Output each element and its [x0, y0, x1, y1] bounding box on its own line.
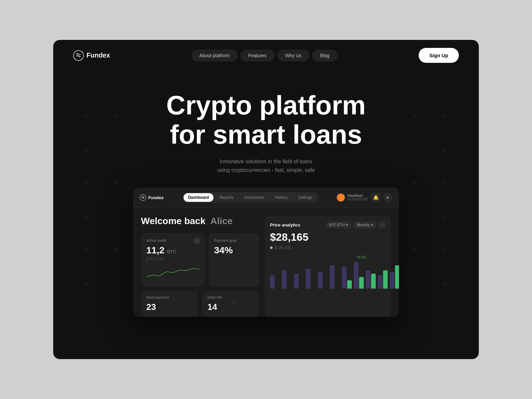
bar-purple-9	[366, 270, 370, 289]
bar-group-11	[390, 265, 399, 289]
wallet-name: MetaMask	[347, 194, 368, 198]
next-payment-label: Next payment	[146, 295, 193, 299]
payment-goal-value: 34%	[214, 245, 254, 256]
active-credit-sub: $ 28 477,50	[146, 257, 200, 261]
bar-group-8	[354, 262, 364, 289]
active-credit-card: Active credit 11,2 BTC $ 28 477,50 ›	[141, 233, 205, 287]
pair-selector[interactable]: BTC-ETH ▾	[326, 221, 352, 228]
dashboard-navbar: Fundex Dashboard Reports Documents Histo…	[133, 188, 399, 208]
bar-green-7	[347, 280, 352, 289]
bar-group-1	[270, 275, 280, 289]
dashboard-logo: Fundex	[140, 194, 164, 201]
wallet-address: 0x70cA2F2B7	[347, 198, 368, 201]
nav-blog[interactable]: Blog	[312, 50, 337, 62]
tab-reports[interactable]: Reports	[215, 193, 238, 202]
bar-purple-3	[294, 274, 299, 289]
analytics-ref-price: $ 25,216	[270, 245, 386, 250]
bar-purple-10	[378, 275, 382, 289]
bar-purple-11	[390, 272, 394, 289]
active-credit-label: Active credit	[146, 238, 200, 242]
active-credit-unit: BTC	[167, 249, 176, 254]
hero-title-line2: for smart loans	[170, 120, 362, 149]
pair-label: BTC-ETH	[329, 223, 345, 227]
days-left-value: 14	[207, 302, 230, 312]
active-credit-value: 11,2 BTC	[146, 245, 200, 256]
bar-purple-7	[342, 267, 346, 289]
wallet-info: MetaMask 0x70cA2F2B7 🔔 +	[337, 193, 392, 202]
price-dot	[270, 246, 273, 249]
dashboard-logo-text: Fundex	[148, 195, 164, 200]
period-selector[interactable]: Monthly ▾	[353, 221, 376, 228]
period-chevron: ▾	[371, 223, 373, 227]
wallet-avatar	[337, 194, 345, 201]
user-name: Alice	[210, 216, 233, 226]
deco-x-18: ✕	[412, 246, 418, 254]
analytics-controls: BTC-ETH ▾ Monthly ▾ ›	[326, 221, 386, 228]
tab-documents[interactable]: Documents	[239, 193, 269, 202]
bar-purple-8	[354, 262, 358, 289]
ref-price-value: $ 25,216	[275, 245, 291, 250]
dashboard-left-panel: Welcome back Alice Active credit 11,2 BT…	[141, 216, 259, 317]
add-button[interactable]: +	[383, 193, 392, 202]
hero-subtitle: Innovative solutions in the field of loa…	[213, 157, 319, 174]
mini-chart	[146, 263, 200, 280]
dashboard-content: Welcome back Alice Active credit 11,2 BT…	[133, 208, 399, 317]
bar-group-10	[378, 270, 388, 289]
pair-chevron: ▾	[346, 223, 348, 227]
analytics-next-button[interactable]: ›	[378, 221, 386, 228]
period-label: Monthly	[357, 223, 370, 227]
deco-x-15: ✕	[113, 246, 119, 254]
bar-purple-4	[306, 269, 311, 289]
bar-group-7	[342, 267, 352, 289]
bar-green-10	[383, 270, 388, 289]
tab-history[interactable]: History	[270, 193, 292, 202]
bar-green-11	[395, 265, 399, 289]
analytics-price: $28,165	[270, 231, 386, 243]
navbar: Fundex About platform Features Why Us Bl…	[53, 40, 479, 71]
next-payment-value: 23	[146, 302, 193, 312]
days-left-card: Days left 14 17	[202, 291, 259, 317]
next-payment-card: Next payment 23	[141, 291, 198, 317]
deco-x-11: ✕	[442, 246, 448, 254]
payment-goal-label: Payment goal	[214, 238, 254, 242]
nav-links: About platform Features Why Us Blog	[192, 50, 337, 62]
dashboard-preview: Fundex Dashboard Reports Documents Histo…	[133, 188, 399, 317]
logo-text: Fundex	[86, 52, 110, 59]
deco-x-10: ✕	[442, 213, 448, 221]
bar-purple-2	[282, 270, 287, 289]
days-sub: 17	[231, 302, 254, 312]
tab-dashboard[interactable]: Dashboard	[184, 193, 214, 202]
nav-why-us[interactable]: Why Us	[277, 50, 310, 62]
bar-purple-5	[318, 272, 323, 289]
payment-goal-card: Payment goal 34%	[209, 233, 259, 287]
deco-x-6: ✕	[83, 279, 89, 287]
deco-x-4: ✕	[83, 213, 89, 221]
nav-about[interactable]: About platform	[192, 50, 238, 62]
bar-group-5	[318, 272, 328, 289]
card-arrow[interactable]: ›	[194, 238, 200, 244]
svg-point-0	[73, 51, 83, 61]
nav-features[interactable]: Features	[240, 50, 275, 62]
svg-point-1	[140, 195, 146, 201]
logo: Fundex	[73, 50, 110, 61]
hero-title-line1: Crypto platform	[166, 90, 366, 120]
hero-title: Crypto platform for smart loans	[60, 91, 472, 149]
signup-button[interactable]: Sign Up	[419, 48, 459, 63]
bell-button[interactable]: 🔔	[371, 193, 380, 202]
analytics-header: Price analytics BTC-ETH ▾ Monthly ▾ ›	[270, 221, 386, 228]
bar-group-9	[366, 270, 376, 289]
logo-icon	[73, 50, 84, 61]
bottom-cards-row: Next payment 23 Days left 14 17	[141, 291, 259, 317]
chart-change-label: +8.2%	[356, 255, 366, 259]
bar-group-2	[282, 270, 292, 289]
tab-settings[interactable]: Settings	[293, 193, 317, 202]
welcome-text: Welcome back	[141, 216, 205, 226]
bar-purple-6	[330, 265, 334, 289]
bar-group-4	[306, 269, 316, 289]
main-container: ✕ ✕ ✕ ✕ ✕ ✕ ✕ ✕ ✕ ✕ ✕ ✕ ✕ ✕ ✕ ✕ ✕ ✕ Fund…	[53, 40, 479, 359]
bar-group-6	[330, 265, 340, 289]
bar-group-3	[294, 274, 304, 289]
dashboard-logo-icon	[140, 194, 146, 201]
days-grid: 14 17	[207, 302, 254, 312]
bar-green-9	[371, 274, 376, 289]
